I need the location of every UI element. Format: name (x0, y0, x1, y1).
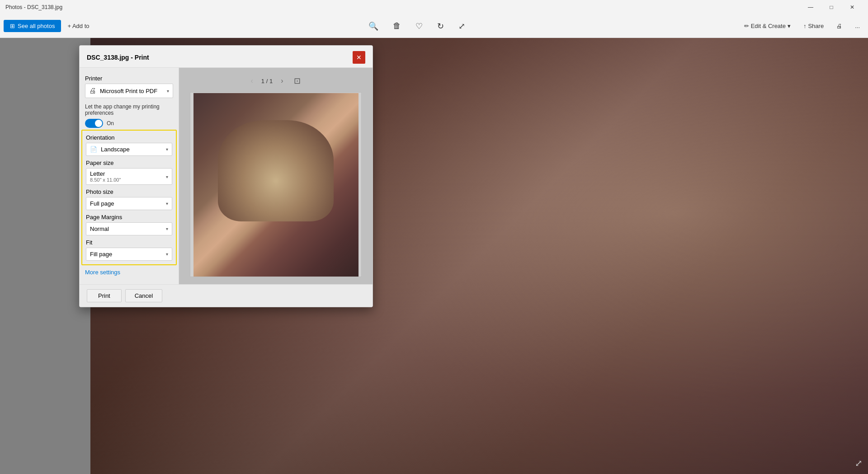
fit-select[interactable]: Fill page ▾ (86, 248, 172, 261)
orientation-section: Orientation 📄 Landscape ▾ (86, 134, 172, 156)
printer-icon: 🖨 (89, 87, 96, 95)
page-indicator: 1 / 1 (261, 78, 273, 84)
prev-page-button[interactable]: ‹ (248, 76, 256, 86)
print-submit-button[interactable]: Print (87, 289, 122, 302)
printing-preferences-toggle[interactable] (85, 119, 103, 128)
maximize-button[interactable]: □ (821, 0, 842, 14)
paper-size-label: Paper size (86, 160, 172, 166)
toolbar-left: ⊞ See all photos + Add to (4, 20, 94, 32)
fit-section: Fit Fill page ▾ (86, 239, 172, 261)
paper-size-chevron-icon: ▾ (166, 174, 168, 179)
photo-size-value: Full page (90, 200, 114, 207)
photos-icon: ⊞ (10, 23, 15, 29)
toolbar-center: 🔍 🗑 ♡ ↻ ⤢ (94, 19, 739, 34)
settings-section: Orientation 📄 Landscape ▾ Paper size (81, 130, 177, 265)
dialog-title: DSC_3138.jpg - Print (87, 54, 149, 61)
next-page-button[interactable]: › (278, 76, 286, 86)
cancel-button[interactable]: Cancel (125, 289, 162, 302)
preview-fit-button[interactable]: ⊡ (291, 75, 303, 87)
expand-icon[interactable]: ⤢ (855, 458, 863, 469)
toolbar-right: ✏ Edit & Create ▾ ↑ Share 🖨 ... (740, 20, 864, 32)
fit-value: Fill page (90, 251, 112, 258)
see-all-photos-label: See all photos (18, 23, 55, 29)
page-margins-label: Page Margins (86, 214, 172, 221)
share-label: Share (808, 23, 824, 29)
edit-chevron-icon: ▾ (788, 23, 791, 29)
photo-size-section: Photo size Full page ▾ (86, 188, 172, 210)
toggle-with-text: On (85, 119, 173, 128)
orientation-label: Orientation (86, 134, 172, 141)
fit-chevron-icon: ▾ (166, 252, 168, 257)
paper-size-select[interactable]: Letter 8.50" x 11.00" ▾ (86, 168, 172, 185)
more-button[interactable]: ... (850, 20, 864, 32)
toggle-state: On (107, 120, 114, 127)
paper-size-dimensions: 8.50" x 11.00" (90, 177, 121, 183)
paper-size-name: Letter (90, 170, 105, 177)
print-button[interactable]: 🖨 (832, 20, 847, 32)
edit-icon: ✏ (744, 23, 749, 29)
add-to-label: + Add to (67, 23, 89, 29)
preview-nav: ‹ 1 / 1 › ⊡ (248, 75, 304, 87)
photo-size-chevron-icon: ▾ (166, 201, 168, 206)
preview-paper (193, 93, 359, 277)
delete-button[interactable]: 🗑 (390, 19, 404, 33)
photo-size-select[interactable]: Full page ▾ (86, 197, 172, 210)
orientation-chevron-icon: ▾ (166, 147, 168, 152)
photo-size-label: Photo size (86, 188, 172, 195)
toggle-knob (95, 120, 102, 127)
right-panel: ‹ 1 / 1 › ⊡ (179, 68, 373, 284)
app-toolbar: ⊞ See all photos + Add to 🔍 🗑 ♡ ↻ ⤢ ✏ Ed… (0, 14, 868, 38)
window-title: Photos - DSC_3138.jpg (5, 4, 62, 10)
printer-chevron-icon: ▾ (167, 89, 169, 94)
page-margins-value: Normal (90, 225, 109, 232)
title-bar: Photos - DSC_3138.jpg — □ ✕ (0, 0, 868, 14)
preview-image (193, 93, 359, 277)
add-to-button[interactable]: + Add to (63, 20, 94, 32)
paper-size-section: Paper size Letter 8.50" x 11.00" ▾ (86, 160, 172, 185)
left-panel: Printer 🖨 Microsoft Print to PDF ▾ Let t… (80, 68, 179, 284)
dialog-close-button[interactable]: ✕ (353, 51, 365, 64)
title-bar-controls: — □ ✕ (800, 0, 863, 14)
fit-label: Fit (86, 239, 172, 246)
edit-create-label: Edit & Create (751, 23, 786, 29)
dog-silhouette (218, 120, 334, 221)
print-dialog: DSC_3138.jpg - Print ✕ Printer 🖨 Microso… (79, 45, 373, 307)
printer-select[interactable]: 🖨 Microsoft Print to PDF ▾ (85, 84, 173, 98)
orientation-select[interactable]: 📄 Landscape ▾ (86, 143, 172, 156)
minimize-button[interactable]: — (800, 0, 821, 14)
preview-area (190, 92, 362, 277)
zoom-button[interactable]: 🔍 (366, 19, 381, 34)
printer-name: Microsoft Print to PDF (100, 88, 157, 94)
share-button[interactable]: ↑ Share (799, 20, 828, 32)
dialog-footer: Print Cancel (80, 284, 373, 307)
main-area: ⤢ DSC_3138.jpg - Print ✕ Printer 🖨 Micro… (0, 38, 868, 474)
more-settings-link[interactable]: More settings (85, 267, 173, 277)
page-margins-select[interactable]: Normal ▾ (86, 222, 172, 235)
dialog-title-bar: DSC_3138.jpg - Print ✕ (80, 46, 373, 68)
edit-create-button[interactable]: ✏ Edit & Create ▾ (740, 20, 795, 32)
toggle-label: Let the app change my printing preferenc… (85, 103, 173, 116)
toggle-section: Let the app change my printing preferenc… (85, 103, 173, 128)
dialog-body: Printer 🖨 Microsoft Print to PDF ▾ Let t… (80, 68, 373, 284)
page-margins-section: Page Margins Normal ▾ (86, 214, 172, 235)
landscape-icon: 📄 (90, 146, 97, 153)
printer-section: Printer 🖨 Microsoft Print to PDF ▾ (85, 75, 173, 98)
window-close-button[interactable]: ✕ (842, 0, 863, 14)
see-all-photos-button[interactable]: ⊞ See all photos (4, 20, 61, 32)
share-icon: ↑ (803, 23, 807, 29)
heart-button[interactable]: ♡ (413, 19, 425, 34)
rotate-button[interactable]: ↻ (434, 19, 447, 34)
page-margins-chevron-icon: ▾ (166, 226, 168, 231)
crop-button[interactable]: ⤢ (456, 19, 468, 34)
printer-label: Printer (85, 75, 173, 82)
settings-inner: Orientation 📄 Landscape ▾ Paper size (86, 134, 172, 261)
orientation-value: Landscape (101, 146, 130, 153)
